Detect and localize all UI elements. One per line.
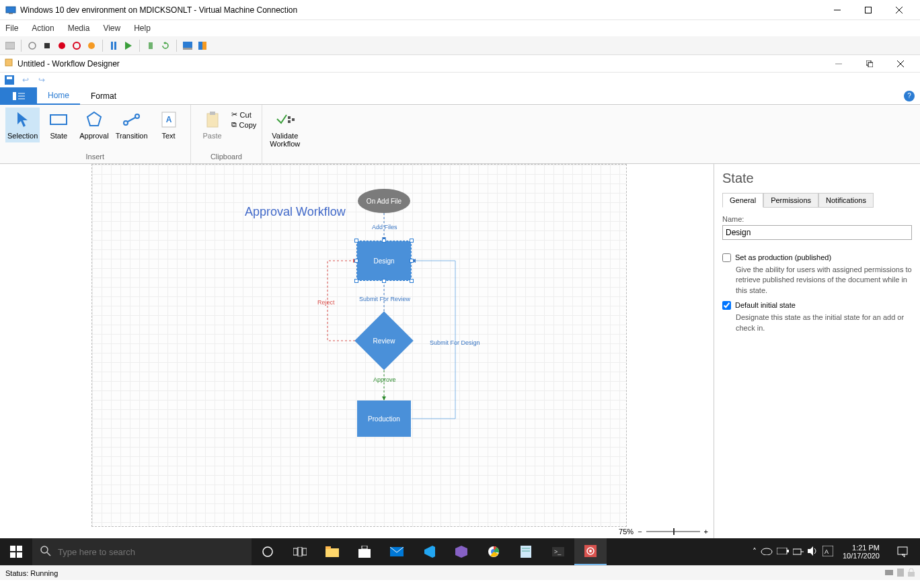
tray-notifications-icon[interactable] [889,538,916,565]
vm-enhanced-icon[interactable] [182,40,194,52]
panel-tab-permissions[interactable]: Permissions [763,193,818,208]
vm-maximize-button[interactable] [853,0,884,20]
ribbon-validate-button[interactable]: Validate Workflow [268,108,302,151]
tray-network-icon[interactable] [793,546,804,558]
zoom-out-button[interactable]: − [638,528,642,536]
svg-point-55 [263,547,272,556]
ribbon-tab-home[interactable]: Home [37,87,80,105]
taskbar-search-input[interactable] [58,547,243,557]
vm-start-icon[interactable] [26,40,38,52]
svg-text:A: A [165,115,171,124]
svg-marker-65 [455,546,467,558]
vm-save-icon[interactable] [71,40,83,52]
vm-menu-view[interactable]: View [103,24,120,33]
taskbar-search[interactable] [32,538,252,565]
ribbon-paste-button[interactable]: Paste [196,108,229,142]
taskbar-mail-icon[interactable] [381,538,413,565]
edge-add-files[interactable]: Add Files [372,224,397,230]
svg-point-37 [135,114,139,118]
ribbon-text-tool[interactable]: A Text [153,108,185,142]
zoom-level: 75% [619,528,634,536]
panel-tab-notifications[interactable]: Notifications [818,193,874,208]
svg-text:>_: >_ [554,548,562,555]
ribbon-help-button[interactable]: ? [904,91,915,101]
edge-reject[interactable]: Reject [317,299,335,306]
node-design[interactable]: Design [357,241,411,280]
vm-minimize-button[interactable] [822,0,853,20]
tray-clock[interactable]: 1:21 PM 10/17/2020 [837,544,885,560]
taskbar-store-icon[interactable] [348,538,381,565]
ribbon-tab-format[interactable]: Format [80,87,127,105]
taskbar-explorer-icon[interactable] [316,538,348,565]
tray-battery-icon[interactable] [777,547,789,556]
ribbon-cut-button[interactable]: ✂Cut [231,110,257,119]
vm-menu-file[interactable]: File [5,24,18,33]
svg-point-11 [88,42,95,49]
name-input[interactable] [722,225,912,240]
node-on-add-file[interactable]: On Add File [358,189,410,213]
vm-window-title: Windows 10 dev environment on MDICKSONLT… [20,5,822,15]
vm-menu-action[interactable]: Action [32,24,54,33]
tray-volume-icon[interactable] [808,546,818,558]
node-review[interactable]: Review [363,320,405,362]
ribbon-view-switcher[interactable] [0,87,37,105]
vm-resume-icon[interactable] [122,40,135,52]
qat-redo-icon[interactable]: ↪ [36,75,47,85]
taskbar-terminal-icon[interactable]: >_ [542,538,574,565]
svg-rect-45 [292,118,295,121]
vm-menu-media[interactable]: Media [68,24,90,33]
svg-line-38 [128,118,135,122]
ribbon-approval-tool[interactable]: Approval [77,108,110,142]
tray-onedrive-icon[interactable] [761,547,773,557]
ribbon-selection-tool[interactable]: Selection [5,108,40,142]
zoom-in-button[interactable]: + [704,528,708,536]
vm-revert-icon[interactable] [159,40,171,52]
vm-ctrlaltdel-icon[interactable] [4,40,16,52]
app-minimize-button[interactable] [823,55,854,73]
taskbar-taskview-icon[interactable] [284,538,316,565]
taskbar-notepad-icon[interactable] [510,538,542,565]
taskbar-workflow-icon[interactable] [574,538,607,565]
edge-submit-review[interactable]: Submit For Review [359,296,410,302]
svg-rect-42 [210,112,215,115]
app-close-button[interactable] [885,55,916,73]
taskbar-vs-icon[interactable] [445,538,477,565]
tray-ime-icon[interactable]: A [822,546,833,558]
vm-close-button[interactable] [884,0,915,20]
vm-shutdown-icon[interactable] [56,40,68,52]
production-checkbox[interactable] [722,253,731,262]
panel-tab-general[interactable]: General [722,193,763,208]
qat-save-icon[interactable] [4,75,15,85]
node-production[interactable]: Production [357,401,411,437]
vm-status-disk-icon [897,569,904,578]
vm-reset-icon[interactable] [85,40,98,52]
tray-chevron-icon[interactable]: ˄ [753,547,757,556]
initial-state-checkbox[interactable] [722,301,731,310]
app-maximize-button[interactable] [854,55,885,73]
svg-rect-21 [5,59,12,66]
workflow-canvas[interactable]: Approval Workflow On Ad [91,164,627,527]
vm-menu-help[interactable]: Help [134,24,151,33]
ribbon-state-tool[interactable]: State [42,108,75,142]
svg-rect-17 [183,42,192,48]
svg-rect-51 [10,552,15,558]
ribbon-label: Approval [79,132,108,140]
vm-checkpoint-icon[interactable] [145,40,157,52]
start-button[interactable] [0,538,32,565]
vm-share-icon[interactable] [196,40,208,52]
vm-turnoff-icon[interactable] [41,40,53,52]
qat-undo-icon[interactable]: ↩ [20,75,31,85]
taskbar-cortana-icon[interactable] [252,538,284,565]
vm-pause-icon[interactable] [108,40,120,52]
ribbon-copy-button[interactable]: ⧉Copy [231,120,257,129]
edge-submit-design[interactable]: Submit For Design [430,339,480,346]
edge-approve[interactable]: Approve [373,376,396,383]
initial-state-desc: Designate this state as the initial stat… [736,312,912,333]
svg-rect-56 [293,548,297,555]
taskbar-chrome-icon[interactable] [477,538,510,565]
zoom-slider[interactable] [646,531,700,532]
svg-text:A: A [825,548,829,555]
ribbon-transition-tool[interactable]: Transition [114,108,150,142]
taskbar-vscode-icon[interactable] [413,538,445,565]
svg-point-53 [41,546,48,553]
